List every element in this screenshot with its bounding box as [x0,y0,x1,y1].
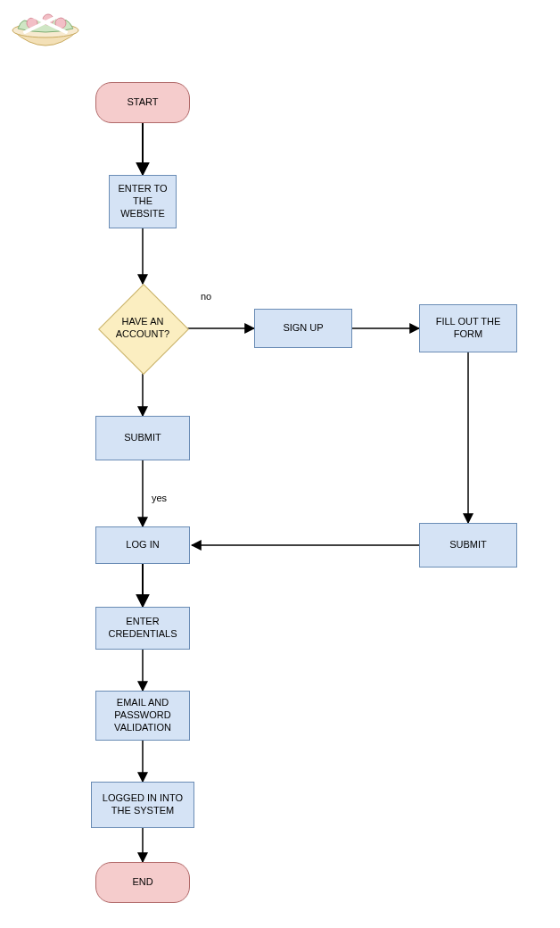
process-sign-up: SIGN UP [254,309,352,348]
process-enter-website: ENTER TO THE WEBSITE [109,175,177,228]
terminator-end: END [95,862,190,903]
edge-label-yes: yes [152,493,167,503]
node-label: EMAIL AND PASSWORD VALIDATION [100,697,185,733]
process-fill-form: FILL OUT THE FORM [419,304,517,352]
node-label: FILL OUT THE FORM [424,316,513,341]
process-enter-credentials: ENTER CREDENTIALS [95,607,190,650]
node-label: LOG IN [126,539,159,551]
node-label: END [132,876,152,889]
process-log-in: LOG IN [95,526,190,564]
process-submit-left: SUBMIT [95,416,190,460]
process-validation: EMAIL AND PASSWORD VALIDATION [95,691,190,741]
node-label: ENTER TO THE WEBSITE [113,183,172,220]
edge-label-no: no [201,291,211,302]
node-label: HAVE AN ACCOUNT? [98,316,187,341]
node-label: SUBMIT [124,432,161,444]
process-logged-in: LOGGED IN INTO THE SYSTEM [91,782,194,828]
node-label: ENTER CREDENTIALS [100,616,185,641]
decision-have-account: HAVE AN ACCOUNT? [98,284,187,373]
node-label: SIGN UP [283,322,323,335]
process-submit-right: SUBMIT [419,523,517,568]
node-label: SUBMIT [449,539,487,551]
flowchart-edges [0,0,560,928]
node-label: START [127,96,158,109]
logo-salad-bowl [7,5,84,59]
node-label: LOGGED IN INTO THE SYSTEM [95,792,190,817]
flowchart-canvas: START ENTER TO THE WEBSITE HAVE AN ACCOU… [0,0,560,928]
terminator-start: START [95,82,190,123]
